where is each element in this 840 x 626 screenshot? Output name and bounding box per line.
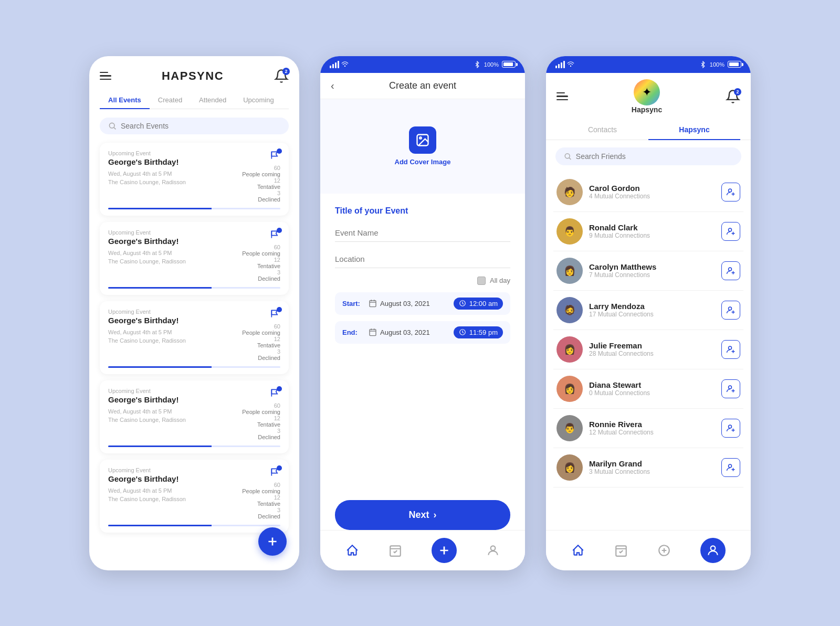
allday-label: All day — [490, 277, 510, 284]
flag-icon[interactable] — [270, 388, 280, 400]
add-contact-button[interactable] — [721, 379, 740, 398]
p3-nav-profile[interactable] — [700, 538, 726, 563]
notif-badge: 2 — [282, 68, 290, 75]
contact-mutual: 28 Mutual Connections — [589, 350, 715, 357]
event-name: George's Birthday! — [108, 474, 186, 483]
search-icon — [108, 122, 117, 130]
hamburger-icon[interactable] — [100, 72, 111, 80]
contact-name: Ronnie Rivera — [589, 420, 715, 429]
next-button[interactable]: Next › — [335, 500, 510, 530]
svg-point-48 — [729, 425, 732, 428]
p3-hamburger-icon[interactable] — [556, 92, 568, 101]
event-card[interactable]: Upcoming Event George's Birthday! Wed, A… — [100, 143, 289, 216]
battery-icon — [502, 61, 516, 68]
nav-create[interactable] — [432, 538, 457, 563]
add-contact-button[interactable] — [721, 183, 740, 201]
contact-avatar: 👩 — [556, 454, 583, 481]
contact-info: Marilyn Grand 3 Mutual Connections — [589, 459, 715, 475]
end-datetime-row[interactable]: End: August 03, 2021 11:59 pm — [335, 321, 510, 344]
contact-item: 👩 Carolyn Matthews 7 Mutual Connections — [553, 251, 743, 291]
start-label: Start: — [342, 300, 363, 307]
search-bar — [100, 118, 289, 134]
event-card[interactable]: Upcoming Event George's Birthday! Wed, A… — [100, 301, 289, 374]
tab-created[interactable]: Created — [150, 92, 191, 109]
add-person-icon — [726, 423, 736, 433]
start-time[interactable]: 12:00 am — [454, 298, 503, 310]
end-label: End: — [342, 328, 363, 336]
event-meta: Wed, August 4th at 5 PMThe Casino Lounge… — [108, 407, 186, 425]
svg-point-42 — [729, 346, 732, 349]
p3-logo: ✦ Hapsync — [632, 79, 662, 114]
contact-mutual: 9 Mutual Connections — [589, 232, 715, 239]
contact-avatar: 👨 — [556, 218, 583, 245]
end-date[interactable]: August 03, 2021 — [369, 328, 448, 336]
contact-item: 👨 Ronnie Rivera 12 Mutual Connections — [553, 409, 743, 448]
end-time[interactable]: 11:59 pm — [454, 326, 503, 338]
contact-avatar: 👩 — [556, 258, 583, 284]
start-datetime-row[interactable]: Start: August 03, 2021 12:00 am — [335, 292, 510, 315]
nav-profile[interactable] — [486, 544, 500, 557]
p3-events-icon — [614, 544, 628, 557]
event-type: Upcoming Event — [108, 467, 186, 473]
p3-search-input[interactable] — [576, 152, 733, 161]
start-date[interactable]: August 03, 2021 — [369, 299, 448, 307]
back-button[interactable]: ‹ — [331, 80, 334, 92]
p3-nav-events[interactable] — [614, 544, 628, 557]
allday-checkbox[interactable] — [477, 277, 486, 285]
event-name: George's Birthday! — [108, 237, 186, 246]
contact-name: Marilyn Grand — [589, 459, 715, 468]
add-contact-button[interactable] — [721, 458, 740, 477]
add-contact-button[interactable] — [721, 340, 740, 359]
p3-nav-create[interactable] — [657, 544, 671, 557]
add-contact-button[interactable] — [721, 419, 740, 438]
p3-tab-hapsync[interactable]: Hapsync — [648, 120, 740, 140]
event-card[interactable]: Upcoming Event George's Birthday! Wed, A… — [100, 460, 289, 533]
add-contact-button[interactable] — [721, 261, 740, 280]
svg-point-33 — [729, 228, 732, 231]
contact-item: 👨 Ronald Clark 9 Mutual Connections — [553, 212, 743, 251]
event-type: Upcoming Event — [108, 150, 186, 156]
contact-item: 👩 Diana Stewart 0 Mutual Connections — [553, 369, 743, 409]
event-card[interactable]: Upcoming Event George's Birthday! Wed, A… — [100, 222, 289, 295]
event-name-input[interactable] — [335, 224, 510, 242]
add-contact-button[interactable] — [721, 301, 740, 320]
p3-battery-percent: 100% — [710, 61, 724, 68]
flag-icon[interactable] — [270, 309, 280, 321]
flag-icon[interactable] — [270, 229, 280, 242]
create-event-fab[interactable] — [258, 527, 287, 556]
event-stats: 60 People coming 12 Tentative 3 Declined — [242, 244, 280, 282]
search-input[interactable] — [121, 122, 280, 130]
location-input[interactable] — [335, 250, 510, 268]
notification-icon[interactable]: 2 — [274, 69, 289, 83]
flag-icon[interactable] — [270, 467, 280, 480]
event-progress — [108, 366, 280, 368]
contact-name: Carolyn Matthews — [589, 262, 715, 271]
status-right: 100% — [474, 61, 516, 68]
p3-notif-icon[interactable]: 2 — [726, 89, 740, 104]
contact-avatar: 👩 — [556, 376, 583, 402]
contact-avatar: 🧑 — [556, 179, 583, 205]
p3-tab-contacts[interactable]: Contacts — [556, 120, 648, 140]
tab-all-events[interactable]: All Events — [100, 92, 150, 109]
flag-icon[interactable] — [270, 150, 280, 163]
contact-avatar: 🧔 — [556, 297, 583, 323]
nav-home[interactable] — [345, 544, 359, 557]
nav-events[interactable] — [388, 544, 402, 557]
event-type: Upcoming Event — [108, 388, 186, 394]
wifi-icon — [341, 61, 349, 68]
add-contact-button[interactable] — [721, 222, 740, 241]
phone-create-event: 100% ‹ Create an event Add Cover Image T… — [320, 56, 525, 570]
cover-image-area[interactable]: Add Cover Image — [320, 99, 525, 194]
signal-icon — [330, 61, 339, 68]
add-person-icon — [726, 227, 736, 236]
tab-upcoming[interactable]: Upcoming — [235, 92, 282, 109]
event-card[interactable]: Upcoming Event George's Birthday! Wed, A… — [100, 380, 289, 453]
p3-nav-home[interactable] — [571, 544, 585, 557]
contact-mutual: 17 Mutual Connections — [589, 311, 715, 318]
p3-notif-badge: 2 — [734, 88, 741, 96]
event-stats: 60 People coming 12 Tentative 3 Declined — [242, 165, 280, 203]
svg-point-0 — [109, 123, 114, 128]
svg-point-11 — [419, 137, 422, 139]
tab-attended[interactable]: Attended — [191, 92, 235, 109]
events-list: Upcoming Event George's Birthday! Wed, A… — [100, 143, 289, 533]
